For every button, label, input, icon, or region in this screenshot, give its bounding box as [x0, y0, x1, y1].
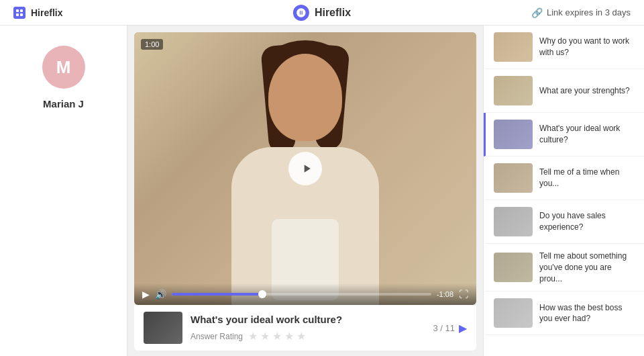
q-text-1: Why do you want to work with us?: [539, 36, 636, 58]
svg-rect-3: [20, 13, 23, 16]
svg-rect-2: [16, 13, 19, 16]
rating-label: Answer Rating: [191, 332, 243, 341]
question-title: What's your ideal work culture?: [191, 313, 425, 326]
header-right: 🔗 Link expires in 3 days: [531, 7, 631, 18]
svg-rect-0: [16, 9, 19, 12]
center-content: 1:00 ▶ 🔊 -1:08 ⛶ What's your: [127, 26, 483, 356]
header: Hireflix Hireflix 🔗 Link expires in 3 da…: [0, 0, 644, 26]
star-4[interactable]: ★: [284, 330, 294, 343]
brand-name-center: Hireflix: [315, 7, 351, 19]
question-info: What's your ideal work culture? Answer R…: [191, 313, 425, 343]
svg-rect-1: [20, 9, 23, 12]
candidate-name: Marian J: [43, 98, 84, 109]
list-item[interactable]: Tell me about something you've done you …: [484, 244, 644, 292]
question-thumb-inner: [144, 312, 182, 344]
q-text-2: What are your strenghts?: [539, 85, 636, 97]
right-sidebar: Why do you want to work with us? What ar…: [483, 26, 644, 356]
brand-logo-icon: [13, 7, 25, 19]
avatar-initial: M: [56, 57, 71, 78]
fullscreen-button[interactable]: ⛶: [459, 289, 468, 300]
star-3[interactable]: ★: [272, 330, 282, 343]
video-timestamp: 1:00: [141, 39, 163, 50]
progress-thumb: [258, 290, 266, 298]
q-thumb-3: [494, 120, 533, 149]
list-item[interactable]: How was the best boss you ever had?: [484, 292, 644, 335]
q-thumb-4: [494, 163, 533, 193]
next-question-button[interactable]: ▶: [459, 322, 467, 335]
header-left: Hireflix: [13, 7, 62, 19]
brand-logo-center-icon: [293, 5, 309, 21]
video-controls: ▶ 🔊 -1:08 ⛶: [134, 283, 476, 305]
list-item[interactable]: Why do you want to work with us?: [484, 26, 644, 69]
star-1[interactable]: ★: [248, 330, 258, 343]
avatar: M: [42, 46, 85, 89]
q-text-6: Tell me about something you've done you …: [539, 251, 636, 284]
counter-text: 3 / 11: [433, 323, 455, 333]
list-item[interactable]: What are your strenghts?: [484, 69, 644, 113]
q-thumb-6: [494, 253, 533, 282]
question-counter: 3 / 11 ▶: [433, 322, 467, 335]
star-5[interactable]: ★: [297, 330, 306, 343]
progress-bar[interactable]: [172, 293, 431, 296]
link-icon: 🔗: [531, 7, 543, 18]
list-item[interactable]: Do you have sales experience?: [484, 200, 644, 244]
q-thumb-5: [494, 207, 533, 236]
star-2[interactable]: ★: [260, 330, 270, 343]
q-thumb-2: [494, 76, 533, 105]
header-center: Hireflix: [293, 5, 351, 21]
q-text-7: How was the best boss you ever had?: [539, 302, 636, 325]
left-sidebar: M Marian J: [0, 26, 127, 356]
q-text-5: Do you have sales experience?: [539, 210, 636, 233]
brand-name-left: Hireflix: [31, 7, 62, 18]
question-thumbnail: [144, 312, 182, 344]
video-player: 1:00 ▶ 🔊 -1:08 ⛶: [134, 32, 476, 305]
rating-row: Answer Rating ★ ★ ★ ★ ★: [191, 330, 425, 343]
q-thumb-7: [494, 298, 533, 328]
play-pause-button[interactable]: ▶: [142, 289, 150, 300]
question-bar: What's your ideal work culture? Answer R…: [134, 305, 476, 351]
q-thumb-1: [494, 32, 533, 62]
list-item-active[interactable]: What's your ideal work culture?: [484, 113, 644, 157]
link-expires-text: Link expires in 3 days: [547, 7, 631, 17]
volume-button[interactable]: 🔊: [155, 289, 166, 300]
list-item[interactable]: Tell me of a time when you...: [484, 157, 644, 200]
progress-fill: [172, 293, 262, 296]
q-text-3: What's your ideal work culture?: [539, 123, 636, 146]
time-display: -1:08: [437, 290, 453, 298]
person-head: [268, 54, 342, 141]
play-button[interactable]: [288, 152, 322, 185]
main-layout: M Marian J 1:00 ▶ 🔊: [0, 26, 644, 356]
q-text-4: Tell me of a time when you...: [539, 167, 636, 189]
